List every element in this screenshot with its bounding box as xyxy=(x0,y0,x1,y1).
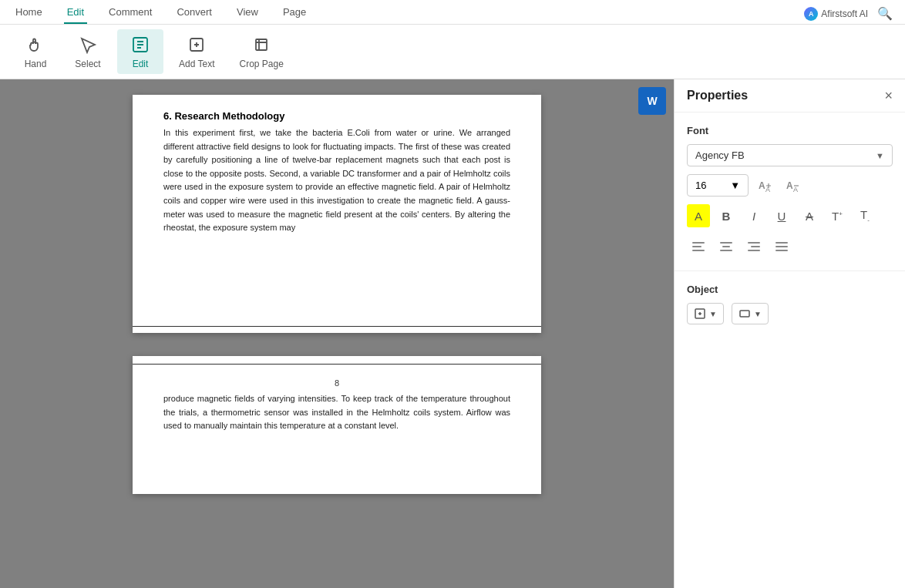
svg-text:A: A xyxy=(765,186,770,193)
size-icons: A A A A xyxy=(755,175,804,197)
toolbar: Hand Select Edit xyxy=(0,25,905,79)
page-number: 8 xyxy=(163,378,510,388)
position-btn-chevron: ▼ xyxy=(709,310,717,318)
subscript-button[interactable]: T- xyxy=(853,204,876,227)
add-text-tool-button[interactable]: Add Text xyxy=(170,29,224,74)
strikethrough-button[interactable]: A xyxy=(798,204,821,227)
font-section: Font Agency FB ▼ 16 ▼ A A xyxy=(675,113,905,271)
align-left-button[interactable] xyxy=(687,235,710,258)
page-line-bottom xyxy=(133,364,541,365)
superscript-button[interactable]: T+ xyxy=(826,204,849,227)
svg-text:A: A xyxy=(759,180,765,191)
nav-tabs: Home Edit Comment Convert View Page A Af… xyxy=(0,0,905,25)
font-name-row: Agency FB ▼ xyxy=(687,144,893,166)
bold-button[interactable]: B xyxy=(715,204,738,227)
top-nav: Home Edit Comment Convert View Page A Af… xyxy=(0,0,905,79)
crop-page-tool-button[interactable]: Crop Page xyxy=(230,29,292,74)
font-section-label: Font xyxy=(687,125,893,136)
svg-rect-2 xyxy=(256,39,267,50)
section-heading: 6. Research Methodology xyxy=(163,110,510,122)
align-right-button[interactable] xyxy=(742,235,765,258)
svg-rect-8 xyxy=(740,311,749,317)
object-section: Object ▼ ▼ xyxy=(675,271,905,337)
align-center-button[interactable] xyxy=(715,235,738,258)
crop-page-icon xyxy=(251,34,272,55)
svg-text:A: A xyxy=(786,180,793,191)
alignment-row xyxy=(687,235,893,258)
edit-icon xyxy=(130,34,151,55)
underline-button[interactable]: U xyxy=(770,204,793,227)
edit-tool-label: Edit xyxy=(133,59,149,69)
font-size-dropdown[interactable]: 16 ▼ xyxy=(687,174,749,197)
body-text-1: In this experiment first, we take the ba… xyxy=(163,126,510,235)
nav-tab-convert[interactable]: Convert xyxy=(173,3,215,24)
hand-tool-button[interactable]: Hand xyxy=(12,29,59,74)
page-top-content: 6. Research Methodology In this experime… xyxy=(133,95,541,326)
word-badge-area: W xyxy=(638,87,666,115)
word-badge: W xyxy=(638,87,666,115)
object-size-button[interactable]: ▼ xyxy=(732,303,769,324)
decrease-font-size-button[interactable]: A A xyxy=(782,175,804,197)
font-name-value: Agency FB xyxy=(695,150,745,161)
crop-page-tool-label: Crop Page xyxy=(239,59,283,69)
size-dropdown-chevron: ▼ xyxy=(730,180,740,191)
ai-icon: A xyxy=(804,7,818,21)
italic-button[interactable]: I xyxy=(742,204,765,227)
properties-panel: Properties × Font Agency FB ▼ 16 ▼ xyxy=(674,79,905,588)
increase-font-size-button[interactable]: A A xyxy=(755,175,776,197)
hand-icon xyxy=(25,34,46,55)
select-tool-button[interactable]: Select xyxy=(65,29,111,74)
page-bottom-content: 8 produce magnetic fields of varying int… xyxy=(133,371,541,494)
add-text-icon xyxy=(186,34,207,55)
select-tool-label: Select xyxy=(75,59,100,69)
page-line-top xyxy=(133,326,541,327)
nav-tab-home[interactable]: Home xyxy=(12,3,45,24)
add-text-tool-label: Add Text xyxy=(179,59,214,69)
format-buttons-row: A B I U A T+ T- xyxy=(687,204,893,227)
nav-right: A Afirstsoft AI 🔍 xyxy=(804,6,893,21)
select-icon xyxy=(77,34,99,55)
edit-tool-button[interactable]: Edit xyxy=(117,29,163,74)
font-size-value: 16 xyxy=(695,180,706,191)
object-section-label: Object xyxy=(687,284,893,295)
pages-container: 6. Research Methodology In this experime… xyxy=(15,95,658,579)
nav-tab-comment[interactable]: Comment xyxy=(106,3,155,24)
font-size-row: 16 ▼ A A A A xyxy=(687,174,893,197)
nav-tab-page[interactable]: Page xyxy=(280,3,309,24)
page-gap xyxy=(106,333,568,356)
main-content: W 6. Research Methodology In this experi… xyxy=(0,79,905,588)
size-btn-chevron: ▼ xyxy=(754,310,762,318)
svg-text:A: A xyxy=(793,186,798,193)
nav-tab-view[interactable]: View xyxy=(234,3,261,24)
highlight-button[interactable]: A xyxy=(687,204,710,227)
panel-title: Properties xyxy=(687,89,748,102)
font-name-dropdown[interactable]: Agency FB ▼ xyxy=(687,144,893,166)
nav-tab-edit[interactable]: Edit xyxy=(64,3,87,24)
ai-label: Afirstsoft AI xyxy=(821,8,868,19)
object-buttons-row: ▼ ▼ xyxy=(687,303,893,324)
align-justify-button[interactable] xyxy=(770,235,793,258)
hand-tool-label: Hand xyxy=(25,59,47,69)
body-text-2: produce magnetic fields of varying inten… xyxy=(163,392,510,433)
close-panel-button[interactable]: × xyxy=(884,89,893,102)
pdf-page-top: 6. Research Methodology In this experime… xyxy=(133,95,541,333)
search-icon[interactable]: 🔍 xyxy=(877,6,893,21)
panel-header: Properties × xyxy=(675,79,905,113)
font-dropdown-chevron: ▼ xyxy=(876,151,884,160)
ai-badge: A Afirstsoft AI xyxy=(804,7,868,21)
viewer-scroll[interactable]: 6. Research Methodology In this experime… xyxy=(0,79,674,588)
pdf-page-bottom: 8 produce magnetic fields of varying int… xyxy=(133,356,541,494)
object-position-button[interactable]: ▼ xyxy=(687,303,724,324)
pdf-viewer-wrapper: W 6. Research Methodology In this experi… xyxy=(0,79,674,588)
